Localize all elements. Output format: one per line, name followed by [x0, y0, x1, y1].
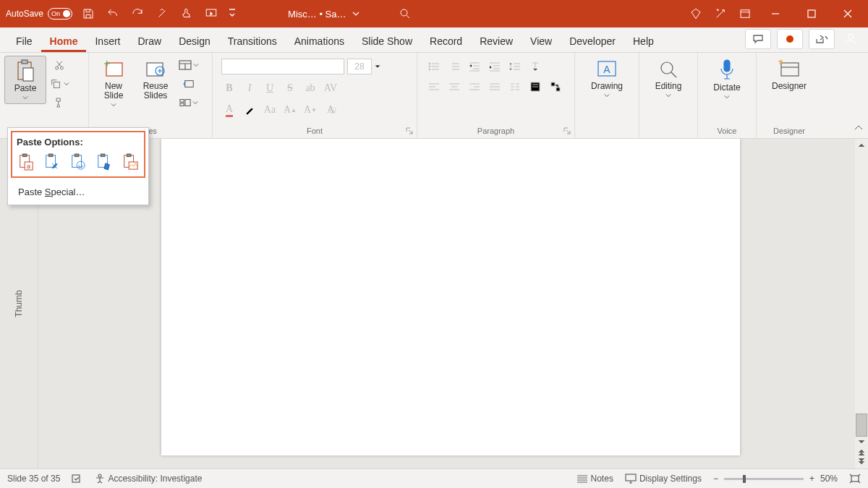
- undo-icon[interactable]: [104, 5, 122, 22]
- new-slide-button[interactable]: New Slide: [93, 56, 134, 111]
- notes-button[interactable]: Notes: [576, 474, 613, 484]
- paste-embed-icon[interactable]: [96, 153, 112, 171]
- next-slide-icon[interactable]: [856, 457, 867, 467]
- numbering-icon[interactable]: [446, 59, 462, 74]
- align-center-icon[interactable]: [446, 79, 462, 95]
- line-spacing-icon[interactable]: [507, 59, 523, 74]
- zoom-slider[interactable]: [724, 478, 804, 480]
- tab-design[interactable]: Design: [170, 30, 219, 52]
- paste-special-item[interactable]: Paste Special…: [8, 181, 148, 203]
- accessibility-status[interactable]: Accessibility: Investigate: [95, 474, 202, 484]
- ribbon-mode-icon[interactable]: [736, 5, 754, 22]
- underline-icon[interactable]: U: [262, 80, 278, 96]
- tab-transitions[interactable]: Transitions: [219, 30, 286, 52]
- maximize-button[interactable]: [797, 0, 826, 27]
- magic-icon[interactable]: [712, 5, 729, 22]
- font-size-input[interactable]: [347, 59, 372, 74]
- editing-button[interactable]: Editing: [648, 56, 689, 101]
- section-icon[interactable]: [179, 95, 199, 111]
- shadow-icon[interactable]: ab: [302, 80, 318, 96]
- paste-as-picture-icon[interactable]: [122, 153, 138, 171]
- tab-file[interactable]: File: [7, 30, 41, 52]
- change-case-icon[interactable]: Aa: [262, 102, 278, 118]
- autosave-toggle[interactable]: AutoSave On: [6, 8, 72, 20]
- zoom-out-icon[interactable]: −: [713, 474, 718, 484]
- tab-slideshow[interactable]: Slide Show: [353, 30, 421, 52]
- prev-slide-icon[interactable]: [856, 447, 867, 457]
- format-painter-icon[interactable]: [49, 95, 69, 111]
- scroll-down-icon[interactable]: [856, 437, 867, 447]
- layout-icon[interactable]: [179, 57, 199, 73]
- zoom-control[interactable]: − + 50%: [713, 474, 838, 484]
- justify-icon[interactable]: [487, 79, 503, 95]
- slide-counter[interactable]: Slide 35 of 35: [7, 474, 60, 484]
- shrink-font-icon[interactable]: A▼: [302, 102, 318, 118]
- spellcheck-icon[interactable]: [72, 474, 83, 484]
- fit-slide-icon[interactable]: [849, 474, 861, 484]
- zoom-in-icon[interactable]: +: [809, 474, 814, 484]
- copy-icon[interactable]: [49, 76, 69, 92]
- reuse-slides-button[interactable]: Reuse Slides: [135, 56, 176, 103]
- tab-review[interactable]: Review: [471, 30, 522, 52]
- cut-icon[interactable]: [49, 57, 69, 73]
- tab-insert[interactable]: Insert: [86, 30, 129, 52]
- align-right-icon[interactable]: [467, 79, 482, 95]
- tab-draw[interactable]: Draw: [129, 30, 170, 52]
- tab-record[interactable]: Record: [421, 30, 471, 52]
- dialog-launcher-icon[interactable]: [405, 127, 414, 135]
- document-title[interactable]: Misc… • Sa…: [288, 9, 360, 20]
- scroll-up-icon[interactable]: [856, 140, 867, 150]
- align-left-icon[interactable]: [426, 79, 442, 95]
- reset-icon[interactable]: [179, 76, 199, 92]
- slide-canvas[interactable]: [161, 139, 740, 455]
- tab-developer[interactable]: Developer: [561, 30, 624, 52]
- share-button[interactable]: [809, 29, 835, 49]
- tab-animations[interactable]: Animations: [286, 30, 353, 52]
- collapse-ribbon-icon[interactable]: [854, 123, 864, 135]
- save-icon[interactable]: [80, 5, 97, 22]
- indent-left-icon[interactable]: [467, 59, 482, 74]
- paste-picture-icon[interactable]: [70, 153, 86, 171]
- highlight-icon[interactable]: [242, 102, 258, 118]
- scrollbar-thumb[interactable]: [856, 414, 867, 437]
- account-icon[interactable]: [841, 30, 861, 48]
- paste-button[interactable]: Paste: [4, 56, 46, 104]
- font-color-icon[interactable]: A: [221, 102, 237, 118]
- redo-icon[interactable]: [129, 5, 146, 22]
- align-text-icon[interactable]: [527, 79, 543, 95]
- zoom-level[interactable]: 50%: [820, 474, 838, 484]
- clear-format-icon[interactable]: A⃠: [323, 102, 339, 118]
- smartart-icon[interactable]: [548, 79, 563, 95]
- paste-use-dest-icon[interactable]: [44, 153, 60, 171]
- tab-home[interactable]: Home: [41, 30, 87, 52]
- italic-icon[interactable]: I: [242, 80, 258, 96]
- columns-icon[interactable]: [507, 79, 523, 95]
- tab-view[interactable]: View: [522, 30, 561, 52]
- quick-tool-icon[interactable]: [153, 5, 171, 22]
- comments-button[interactable]: [745, 29, 771, 49]
- touch-mode-icon[interactable]: [178, 5, 195, 22]
- search-icon[interactable]: [396, 5, 414, 22]
- dictate-button[interactable]: Dictate: [707, 56, 747, 103]
- grow-font-icon[interactable]: A▲: [282, 102, 298, 118]
- char-spacing-icon[interactable]: AV: [323, 80, 339, 96]
- strike-icon[interactable]: S: [282, 80, 298, 96]
- designer-button[interactable]: Designer: [769, 56, 809, 94]
- display-settings-button[interactable]: Display Settings: [625, 474, 702, 484]
- minimize-button[interactable]: [761, 0, 790, 27]
- font-family-input[interactable]: [221, 59, 344, 74]
- diamond-icon[interactable]: [687, 5, 705, 22]
- paste-keep-source-icon[interactable]: a: [18, 153, 34, 171]
- tab-help[interactable]: Help: [624, 30, 663, 52]
- bullets-icon[interactable]: [426, 59, 442, 74]
- vertical-scrollbar[interactable]: [855, 139, 868, 468]
- drawing-button[interactable]: A Drawing: [587, 56, 627, 101]
- bold-icon[interactable]: B: [221, 80, 237, 96]
- recording-button[interactable]: [777, 29, 803, 49]
- indent-right-icon[interactable]: [487, 59, 503, 74]
- qat-more-icon[interactable]: [227, 5, 237, 22]
- text-direction-icon[interactable]: [527, 59, 543, 74]
- present-icon[interactable]: [203, 5, 220, 22]
- dialog-launcher-icon[interactable]: [563, 127, 571, 135]
- close-button[interactable]: [833, 0, 862, 27]
